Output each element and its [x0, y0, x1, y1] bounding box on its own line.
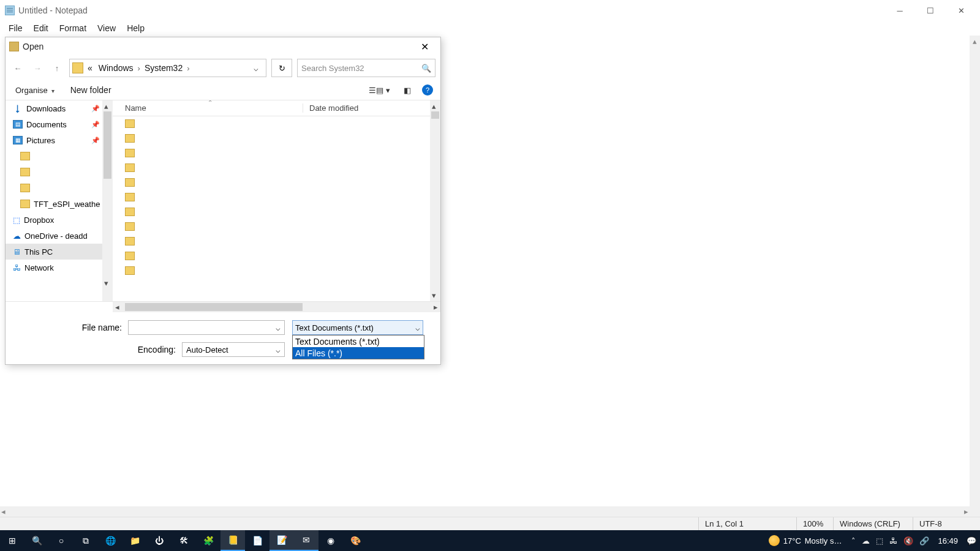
- notifications-button[interactable]: 💬: [967, 536, 976, 545]
- file-type-option[interactable]: Text Documents (*.txt): [293, 335, 424, 347]
- status-eol: Windows (CRLF): [833, 517, 913, 530]
- nav-back-button[interactable]: ←: [10, 61, 25, 75]
- list-scrollbar[interactable]: ▴▾: [430, 100, 440, 301]
- tree-item[interactable]: TFT_eSPI_weathe: [6, 196, 102, 212]
- chevron-down-icon[interactable]: ⌵: [272, 323, 284, 332]
- breadcrumb-item[interactable]: Windows: [97, 63, 135, 73]
- file-type-dropdown: Text Documents (*.txt)All Files (*.*): [292, 335, 424, 359]
- tree-item[interactable]: 🖧Network: [6, 260, 102, 276]
- taskbar-app-chrome[interactable]: ◉: [318, 530, 343, 551]
- list-item[interactable]: [113, 131, 440, 146]
- tree-item[interactable]: ▦Pictures📌: [6, 132, 102, 148]
- menu-view[interactable]: View: [92, 22, 121, 34]
- tree-item[interactable]: ▤Documents📌: [6, 116, 102, 132]
- taskbar-search-button[interactable]: 🔍: [24, 530, 49, 551]
- tray-dropbox-icon[interactable]: ⬚: [876, 536, 883, 545]
- list-item[interactable]: [113, 249, 440, 263]
- menu-format[interactable]: Format: [55, 22, 91, 34]
- taskbar-app[interactable]: 🧩: [196, 530, 221, 551]
- tree-item[interactable]: [6, 180, 102, 196]
- navigation-tree[interactable]: ⭣Downloads📌▤Documents📌▦Pictures📌TFT_eSPI…: [6, 100, 102, 301]
- folder-icon: [125, 119, 135, 128]
- folder-icon: [125, 149, 135, 157]
- tree-item[interactable]: 🖥This PC: [6, 244, 102, 260]
- tray-volume-icon[interactable]: 🔇: [903, 536, 913, 545]
- filename-input[interactable]: ⌵: [128, 320, 285, 335]
- file-type-option[interactable]: All Files (*.*): [293, 347, 424, 359]
- folder-icon: [125, 193, 135, 201]
- open-dialog: Open ✕ ← → ↑ « Windows › System32 › ⌵ ↻ …: [5, 37, 441, 365]
- chevron-down-icon: ⌵: [415, 323, 420, 332]
- list-item[interactable]: [113, 234, 440, 249]
- tree-item[interactable]: ⬚Dropbox: [6, 212, 102, 228]
- list-item[interactable]: [113, 204, 440, 219]
- tray-icon[interactable]: 🔗: [919, 536, 929, 545]
- tray-network-icon[interactable]: 🖧: [889, 536, 897, 545]
- dialog-titlebar: Open ✕: [6, 37, 440, 56]
- dialog-close-button[interactable]: ✕: [412, 41, 437, 53]
- menu-help[interactable]: Help: [122, 22, 149, 34]
- tree-scrollbar[interactable]: ▴▾: [102, 100, 113, 301]
- menu-file[interactable]: File: [4, 22, 28, 34]
- file-type-filter[interactable]: Text Documents (*.txt) ⌵ Text Documents …: [292, 320, 423, 335]
- list-item[interactable]: [113, 160, 440, 175]
- taskbar-weather[interactable]: 17°C Mostly s…: [769, 535, 842, 546]
- taskbar-clock[interactable]: 16:49: [938, 536, 958, 545]
- folder-icon: [125, 163, 135, 172]
- nav-forward-button[interactable]: →: [30, 61, 45, 75]
- organise-menu[interactable]: Organise ▾: [13, 84, 57, 96]
- breadcrumb-dropdown[interactable]: ⌵: [249, 64, 263, 73]
- sort-indicator-icon: ⌃: [208, 100, 213, 106]
- list-horizontal-scrollbar[interactable]: ◂▸: [113, 302, 440, 312]
- list-item[interactable]: [113, 190, 440, 204]
- column-date[interactable]: Date modified: [303, 103, 358, 113]
- breadcrumb[interactable]: « Windows › System32 › ⌵: [69, 59, 266, 77]
- cortana-button[interactable]: ○: [49, 530, 74, 551]
- list-item[interactable]: [113, 219, 440, 234]
- list-item[interactable]: [113, 175, 440, 190]
- breadcrumb-item[interactable]: System32: [143, 63, 184, 73]
- taskbar-app[interactable]: 📄: [245, 530, 270, 551]
- start-button[interactable]: ⊞: [0, 530, 24, 551]
- minimize-button[interactable]: ─: [884, 0, 915, 21]
- new-folder-button[interactable]: New folder: [68, 84, 114, 96]
- vertical-scrollbar[interactable]: ▴: [970, 36, 980, 517]
- menu-edit[interactable]: Edit: [29, 22, 53, 34]
- folder-icon: [125, 178, 135, 187]
- list-item[interactable]: [113, 146, 440, 160]
- file-list[interactable]: Name ⌃ Date modified ▴▾: [113, 100, 440, 301]
- dialog-title: Open: [23, 42, 43, 51]
- taskbar-app[interactable]: 🛠: [172, 530, 196, 551]
- chevron-down-icon: ⌵: [276, 345, 281, 354]
- search-input[interactable]: Search System32 🔍: [297, 59, 435, 77]
- taskbar-app-paint[interactable]: 🎨: [343, 530, 368, 551]
- taskbar-app-outlook[interactable]: ✉: [294, 530, 318, 551]
- encoding-select[interactable]: Auto-Detect ⌵: [182, 342, 285, 357]
- list-item[interactable]: [113, 116, 440, 131]
- folder-icon: [125, 237, 135, 246]
- maximize-button[interactable]: ☐: [915, 0, 946, 21]
- folder-icon: [125, 252, 135, 260]
- tree-item[interactable]: [6, 148, 102, 164]
- refresh-button[interactable]: ↻: [271, 59, 292, 77]
- taskbar-app-explorer[interactable]: 📁: [123, 530, 147, 551]
- weather-desc: Mostly s…: [805, 536, 842, 545]
- tree-item[interactable]: ☁OneDrive - deadd: [6, 228, 102, 244]
- tray-onedrive-icon[interactable]: ☁: [862, 536, 870, 545]
- nav-up-button[interactable]: ↑: [50, 61, 64, 75]
- horizontal-scrollbar[interactable]: ◂▸: [0, 506, 970, 517]
- taskbar-app-notepad[interactable]: 📝: [270, 530, 294, 551]
- task-view-button[interactable]: ⧉: [74, 530, 98, 551]
- view-options-button[interactable]: ☰▤ ▾: [366, 84, 393, 96]
- system-tray[interactable]: ˄ ☁ ⬚ 🖧 🔇 🔗: [851, 536, 929, 545]
- tray-overflow-icon[interactable]: ˄: [851, 536, 856, 545]
- taskbar-app[interactable]: 📒: [221, 530, 245, 551]
- tree-item[interactable]: [6, 164, 102, 180]
- taskbar-app-edge[interactable]: 🌐: [98, 530, 123, 551]
- tree-item[interactable]: ⭣Downloads📌: [6, 100, 102, 116]
- list-item[interactable]: [113, 263, 440, 278]
- close-button[interactable]: ✕: [946, 0, 976, 21]
- preview-pane-button[interactable]: ◧: [401, 84, 413, 96]
- help-button[interactable]: ?: [422, 84, 433, 96]
- taskbar-app[interactable]: ⏻: [147, 530, 172, 551]
